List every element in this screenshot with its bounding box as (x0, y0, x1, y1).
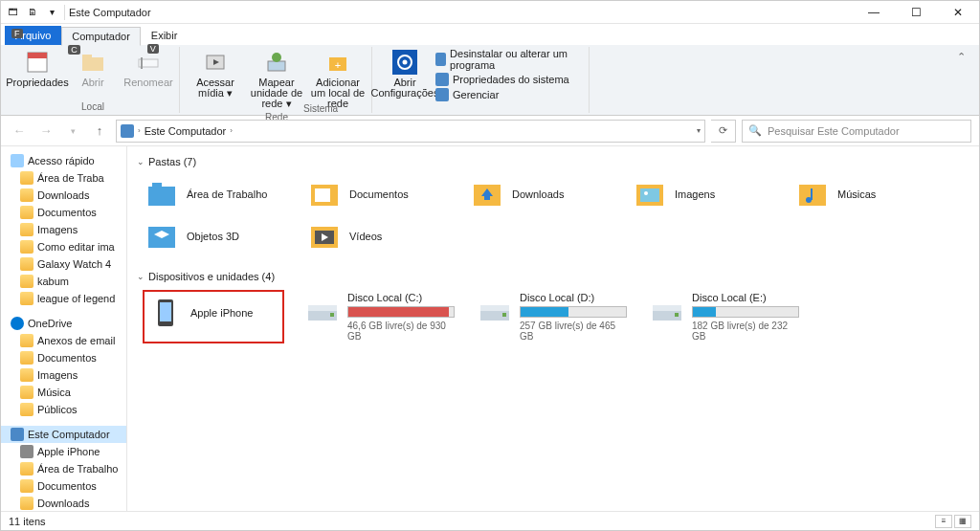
nav-up-button[interactable]: ↑ (89, 121, 110, 142)
folder-tile-downloads[interactable]: Downloads (468, 175, 612, 213)
svg-point-14 (403, 60, 408, 65)
chevron-right-icon: › (230, 126, 233, 135)
tree-qa-item-1[interactable]: Downloads (1, 187, 126, 204)
tree-qa-item-7[interactable]: league of legend (1, 290, 126, 307)
ribbon-tab-computador[interactable]: CComputador (61, 27, 141, 46)
address-dropdown[interactable]: ▾ (697, 126, 701, 135)
svg-rect-36 (308, 305, 337, 311)
tree-qa-item-2[interactable]: Documentos (1, 204, 126, 221)
ribbon-tab-file[interactable]: F Arquivo (5, 26, 61, 45)
svg-rect-21 (484, 196, 490, 200)
ribbon-collapse-button[interactable]: ⌃ (949, 47, 973, 67)
status-item-count: 11 itens (9, 516, 46, 527)
ribbon-group-sistema: Abrir Configurações Desinstalar ou alter… (374, 47, 590, 113)
group-header-folders[interactable]: ⌄ Pastas (7) (137, 152, 969, 171)
folder-icon (20, 403, 33, 416)
folder-icon (20, 386, 33, 399)
ql-icon (11, 154, 24, 167)
folder-tile-desktop[interactable]: Área de Trabalho (143, 175, 286, 213)
tree-pc-item-2[interactable]: Documentos (1, 477, 126, 495)
content-pane[interactable]: ⌄ Pastas (7) Área de TrabalhoDocumentosD… (127, 146, 979, 511)
ribbon-item-sys-1[interactable]: Propriedades do sistema (432, 72, 585, 87)
ribbon-item-sys-2[interactable]: Gerenciar (432, 87, 585, 102)
system-icon (435, 73, 449, 86)
qat-dropdown[interactable]: ▾ (43, 4, 60, 21)
tree-this-pc[interactable]: Este Computador (1, 426, 126, 443)
folder-tile-documents[interactable]: Documentos (305, 175, 449, 213)
tree-quick-access[interactable]: Acesso rápido (1, 152, 126, 169)
svg-rect-23 (640, 188, 659, 202)
videos-folder-icon (307, 219, 342, 254)
drive-tile-3[interactable]: Disco Local (E:)182 GB livre(s) de 232 G… (648, 290, 801, 343)
folder-icon (20, 275, 33, 288)
tree-onedrive[interactable]: OneDrive (1, 315, 126, 332)
drive-tile-1[interactable]: Disco Local (C:)46,6 GB livre(s) de 930 … (303, 290, 457, 343)
ribbon-tab-exibir[interactable]: VExibir (141, 26, 189, 45)
ribbon-group-local: PropriedadesAbrirRenomear Local (7, 47, 180, 113)
tree-od-item-2[interactable]: Imagens (1, 366, 126, 384)
address-bar[interactable]: › Este Computador › ▾ (116, 120, 705, 143)
tree-qa-item-4[interactable]: Como editar ima (1, 238, 126, 255)
svg-rect-43 (675, 313, 679, 317)
close-button[interactable]: ✕ (937, 1, 979, 24)
capacity-bar (347, 306, 455, 318)
pc-icon (121, 124, 134, 138)
folder-tile-videos[interactable]: Vídeos (305, 217, 449, 255)
nav-forward-button[interactable]: → (35, 121, 56, 142)
tree-qa-item-3[interactable]: Imagens (1, 221, 126, 238)
folder-tile-music[interactable]: Músicas (793, 175, 937, 213)
3d-folder-icon (145, 219, 179, 254)
refresh-button[interactable]: ⟳ (711, 120, 736, 143)
qat-button-2[interactable]: 🗎 (24, 4, 41, 21)
svg-rect-8 (268, 61, 285, 71)
view-details-button[interactable]: ≡ (935, 515, 952, 528)
tree-qa-item-6[interactable]: kabum (1, 273, 126, 290)
disk-icon (478, 292, 512, 326)
search-input[interactable]: 🔍 Pesquisar Este Computador (742, 120, 971, 143)
tree-pc-item-1[interactable]: Área de Trabalho (1, 460, 126, 477)
ribbon-item-abrir: Abrir (66, 47, 120, 90)
downloads-folder-icon (470, 177, 504, 211)
tree-pc-item-0[interactable]: Apple iPhone (1, 443, 126, 460)
tree-od-item-4[interactable]: Públicos (1, 401, 126, 418)
minimize-button[interactable]: — (853, 1, 895, 24)
svg-point-24 (644, 191, 648, 195)
ribbon-tabs: F Arquivo CComputadorVExibir (1, 24, 979, 45)
ribbon-item-abrir-config[interactable]: Abrir Configurações (378, 47, 432, 100)
drive-tile-2[interactable]: Disco Local (D:)257 GB livre(s) de 465 G… (476, 290, 629, 343)
ribbon-item-sys-0[interactable]: Desinstalar ou alterar um programa (432, 47, 585, 72)
nav-recent-dropdown[interactable]: ▾ (62, 121, 83, 142)
folder-icon (20, 240, 33, 254)
ribbon-item-rede-1[interactable]: Mapear unidade de rede ▾ (247, 47, 306, 111)
tree-qa-item-5[interactable]: Galaxy Watch 4 (1, 255, 126, 273)
ribbon-item-propriedades[interactable]: Propriedades (11, 47, 64, 90)
group-header-devices[interactable]: ⌄ Dispositivos e unidades (4) (137, 267, 969, 286)
chevron-right-icon: › (138, 126, 141, 135)
folder-icon (20, 206, 33, 219)
nav-back-button[interactable]: ← (9, 121, 30, 142)
svg-rect-27 (811, 188, 813, 200)
chevron-down-icon: ⌄ (137, 157, 145, 166)
breadcrumb-segment[interactable]: Este Computador (145, 125, 227, 137)
tree-od-item-3[interactable]: Música (1, 384, 126, 401)
folder-tile-pictures[interactable]: Imagens (631, 175, 774, 213)
ribbon-item-rede-2[interactable]: +Adicionar um local de rede (308, 47, 368, 111)
search-icon: 🔍 (748, 124, 762, 137)
chevron-down-icon: ⌄ (137, 272, 145, 281)
documents-folder-icon (307, 177, 342, 211)
view-tiles-button[interactable]: ▦ (954, 515, 971, 528)
qat-button-1[interactable]: 🗔 (5, 4, 22, 21)
ribbon-item-rede-0[interactable]: Acessar mídia ▾ (186, 47, 245, 100)
device-tile-iphone[interactable]: Apple iPhone (146, 294, 280, 332)
tree-od-item-0[interactable]: Anexos de email (1, 332, 126, 349)
tree-qa-item-0[interactable]: Área de Traba (1, 169, 126, 187)
maximize-button[interactable]: ☐ (895, 1, 937, 24)
folder-tile-3d[interactable]: Objetos 3D (143, 217, 286, 255)
svg-rect-40 (502, 313, 506, 317)
tree-pc-item-3[interactable]: Downloads (1, 495, 126, 511)
tree-od-item-1[interactable]: Documentos (1, 349, 126, 366)
pictures-folder-icon (633, 177, 667, 211)
ribbon-group-rede: Acessar mídia ▾Mapear unidade de rede ▾+… (182, 47, 372, 113)
nav-tree[interactable]: Acesso rápidoÁrea de TrabaDownloadsDocum… (1, 146, 127, 511)
capacity-bar (692, 306, 799, 318)
